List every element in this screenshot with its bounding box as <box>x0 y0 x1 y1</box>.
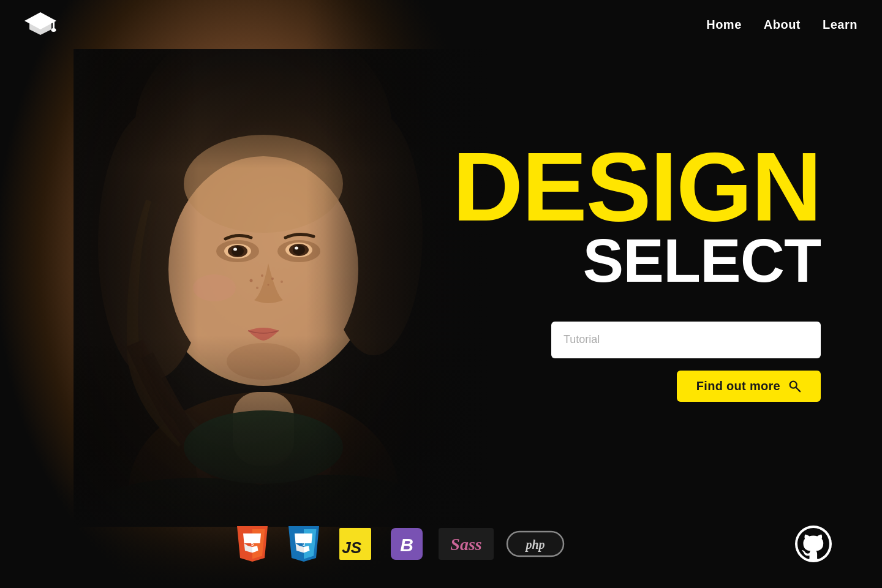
nav-about[interactable]: About <box>764 18 801 32</box>
svg-text:B: B <box>400 535 413 555</box>
html5-icon: 5 <box>233 524 272 564</box>
nav-learn[interactable]: Learn <box>823 18 858 32</box>
svg-rect-2 <box>53 20 55 29</box>
css3-icon: 3 <box>284 524 323 564</box>
hero-portrait-svg <box>74 49 490 527</box>
svg-point-3 <box>51 28 56 32</box>
svg-text:JS: JS <box>342 538 361 557</box>
svg-text:3: 3 <box>303 541 306 547</box>
svg-rect-38 <box>74 49 490 527</box>
tech-icons-bar: 5 3 JS B Sass <box>233 524 565 564</box>
nav-home[interactable]: Home <box>706 18 742 32</box>
graduation-cap-icon <box>24 9 56 40</box>
search-icon <box>788 379 801 393</box>
hero-title-design: DESIGN <box>453 138 821 236</box>
hero-title-select: SELECT <box>583 230 821 291</box>
svg-text:php: php <box>524 538 545 552</box>
find-out-more-label: Find out more <box>696 379 780 393</box>
bootstrap-icon: B <box>387 524 426 564</box>
content-panel: DESIGN SELECT Find out more <box>429 0 882 588</box>
svg-text:Sass: Sass <box>450 535 481 554</box>
github-icon[interactable] <box>794 524 833 564</box>
javascript-icon: JS <box>336 524 375 564</box>
find-out-more-button[interactable]: Find out more <box>677 371 821 402</box>
php-icon: php <box>506 524 565 564</box>
svg-line-40 <box>796 388 800 391</box>
header: Home About Learn <box>0 0 882 49</box>
sass-icon: Sass <box>439 524 494 564</box>
main-nav: Home About Learn <box>706 18 858 32</box>
svg-text:5: 5 <box>251 541 254 547</box>
logo-area <box>24 9 56 40</box>
search-input[interactable] <box>551 322 821 358</box>
